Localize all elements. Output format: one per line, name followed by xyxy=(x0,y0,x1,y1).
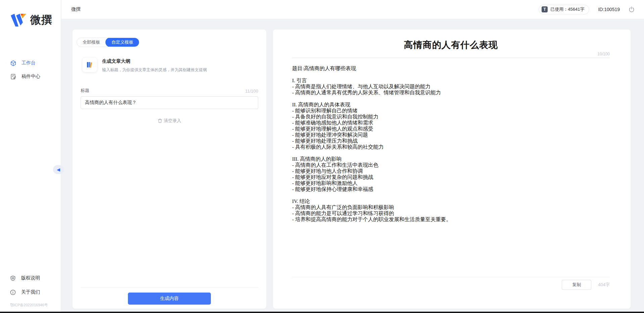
sidebar-item-drafts[interactable]: 稿件中心 xyxy=(0,70,61,83)
article-title-counter: 10/100 xyxy=(292,52,610,56)
generate-content-button[interactable]: 生成内容 xyxy=(128,293,211,305)
app-root: 微撰 工作台 稿件中心 xyxy=(0,0,644,313)
article-body: 题目:高情商的人有哪些表现 I. 引言 - 高情商是指人们处理情绪、与他人互动以… xyxy=(292,65,610,222)
generate-area: 生成内容 xyxy=(81,287,258,305)
doc-footer: 复制 404字 xyxy=(292,277,610,290)
article-title: 高情商的人有什么表现 xyxy=(292,39,610,51)
template-texts: 生成文章大纲 输入标题，为你提供文章主体的灵感，并为其创建推文提纲 xyxy=(102,57,207,73)
svg-text:c: c xyxy=(12,277,13,279)
icp-number: 鄂ICP备2022016946号 xyxy=(0,299,61,309)
page-title: 微撰 xyxy=(71,6,81,12)
sidebar: 微撰 工作台 稿件中心 xyxy=(0,0,61,312)
logout-button[interactable] xyxy=(629,6,635,12)
clear-input-label: 清空录入 xyxy=(164,118,181,124)
divider xyxy=(292,58,610,58)
result-panel: 高情商的人有什么表现 10/100 题目:高情商的人有哪些表现 I. 引言 - … xyxy=(273,30,631,309)
sidebar-item-label: 稿件中心 xyxy=(21,73,40,80)
chevron-left-icon: ◀ xyxy=(57,167,60,172)
copyright-shield-icon: c xyxy=(10,275,16,281)
title-char-counter: 11/100 xyxy=(245,89,258,94)
document-icon xyxy=(10,74,16,80)
sidebar-item-label: 工作台 xyxy=(21,60,36,66)
tab-all-templates[interactable]: 全部模板 xyxy=(77,38,106,47)
user-id: ID:100519 xyxy=(598,7,620,12)
sidebar-footer: c 版权说明 关于我们 鄂ICP备2022016946号 xyxy=(0,271,61,309)
title-field-header: 标题 11/100 xyxy=(81,88,258,94)
info-icon xyxy=(10,290,16,295)
template-description: 输入标题，为你提供文章主体的灵感，并为其创建推文提纲 xyxy=(102,67,207,73)
tab-custom-templates[interactable]: 自定义模板 xyxy=(105,38,139,47)
clear-input-button[interactable]: 清空录入 xyxy=(73,118,266,124)
template-item[interactable]: 生成文章大纲 输入标题，为你提供文章主体的灵感，并为其创建推文提纲 xyxy=(82,57,266,73)
topbar-right: T 已使用：45641字 ID:100519 xyxy=(539,5,635,14)
doc-header: 高情商的人有什么表现 10/100 xyxy=(273,30,631,56)
main-content: 全部模板 自定义模板 生成文章大纲 输入标题，为你提供文章主体的灵感，并为其创建… xyxy=(61,19,644,312)
title-input[interactable] xyxy=(81,96,258,109)
copy-button[interactable]: 复制 xyxy=(562,280,591,290)
word-count: 404字 xyxy=(598,282,610,288)
logo-text: 微撰 xyxy=(30,13,52,28)
title-field-label: 标题 xyxy=(81,88,89,94)
sidebar-item-label: 关于我们 xyxy=(21,289,40,295)
divider xyxy=(81,287,258,288)
power-icon xyxy=(629,6,635,12)
taskbar-edge xyxy=(0,312,644,313)
logo[interactable]: 微撰 xyxy=(0,0,61,28)
sidebar-item-workbench[interactable]: 工作台 xyxy=(0,56,61,70)
sidebar-nav: 工作台 稿件中心 xyxy=(0,56,61,83)
topbar: 微撰 T 已使用：45641字 ID:100519 xyxy=(61,0,644,19)
text-count-icon: T xyxy=(542,6,548,12)
sidebar-collapse-button[interactable]: ◀ xyxy=(53,165,64,174)
template-tabs: 全部模板 自定义模板 xyxy=(77,38,139,47)
logo-w-icon xyxy=(11,13,26,27)
books-icon xyxy=(82,57,97,72)
usage-label: 已使用：45641字 xyxy=(550,6,584,12)
workbench-icon xyxy=(10,60,16,66)
sidebar-item-copyright[interactable]: c 版权说明 xyxy=(0,271,61,285)
sidebar-item-about[interactable]: 关于我们 xyxy=(0,285,61,299)
template-title: 生成文章大纲 xyxy=(102,58,207,64)
sidebar-item-label: 版权说明 xyxy=(21,275,40,281)
trash-icon xyxy=(158,118,162,123)
usage-badge: T 已使用：45641字 xyxy=(539,5,589,14)
generator-panel: 全部模板 自定义模板 生成文章大纲 输入标题，为你提供文章主体的灵感，并为其创建… xyxy=(73,30,266,309)
